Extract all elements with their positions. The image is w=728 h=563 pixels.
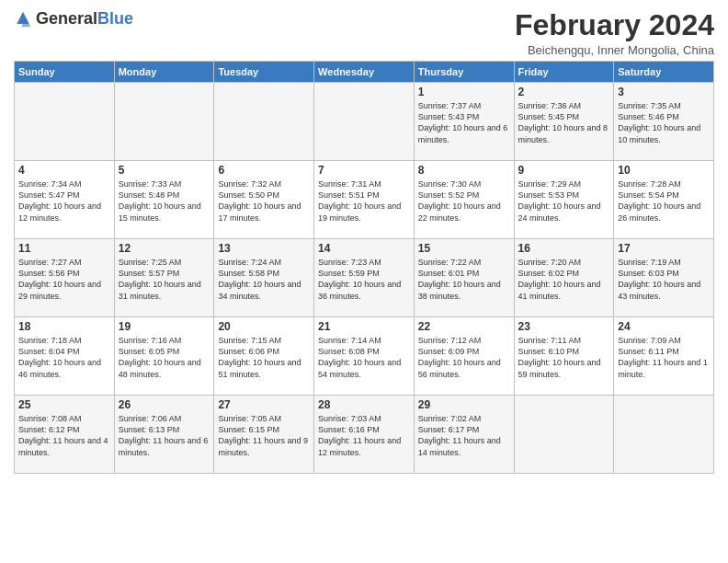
- calendar-cell: 6Sunrise: 7:32 AM Sunset: 5:50 PM Daylig…: [214, 161, 314, 239]
- title-block: February 2024 Beichengqu, Inner Mongolia…: [515, 9, 714, 57]
- header-saturday: Saturday: [614, 62, 714, 83]
- day-info: Sunrise: 7:08 AM Sunset: 6:12 PM Dayligh…: [18, 413, 110, 458]
- calendar-cell: 26Sunrise: 7:06 AM Sunset: 6:13 PM Dayli…: [114, 396, 214, 474]
- day-number: 26: [119, 398, 210, 411]
- day-info: Sunrise: 7:18 AM Sunset: 6:04 PM Dayligh…: [18, 335, 110, 380]
- day-info: Sunrise: 7:11 AM Sunset: 6:10 PM Dayligh…: [518, 335, 610, 380]
- day-number: 24: [618, 320, 710, 333]
- day-info: Sunrise: 7:25 AM Sunset: 5:57 PM Dayligh…: [119, 257, 210, 302]
- day-info: Sunrise: 7:34 AM Sunset: 5:47 PM Dayligh…: [18, 178, 110, 224]
- week-row-2: 4Sunrise: 7:34 AM Sunset: 5:47 PM Daylig…: [15, 161, 714, 239]
- day-info: Sunrise: 7:05 AM Sunset: 6:15 PM Dayligh…: [218, 413, 310, 458]
- logo: GeneralBlue: [14, 9, 133, 29]
- calendar-cell: 14Sunrise: 7:23 AM Sunset: 5:59 PM Dayli…: [314, 239, 415, 317]
- day-info: Sunrise: 7:37 AM Sunset: 5:43 PM Dayligh…: [418, 100, 510, 145]
- calendar-cell: [114, 83, 214, 161]
- calendar-cell: 5Sunrise: 7:33 AM Sunset: 5:48 PM Daylig…: [114, 161, 214, 239]
- calendar-cell: 23Sunrise: 7:11 AM Sunset: 6:10 PM Dayli…: [514, 317, 614, 396]
- day-number: 1: [418, 86, 510, 98]
- calendar-cell: 27Sunrise: 7:05 AM Sunset: 6:15 PM Dayli…: [214, 396, 314, 474]
- calendar-cell: 9Sunrise: 7:29 AM Sunset: 5:53 PM Daylig…: [514, 161, 614, 239]
- day-number: 15: [418, 242, 510, 255]
- calendar-cell: 19Sunrise: 7:16 AM Sunset: 6:05 PM Dayli…: [114, 317, 214, 396]
- calendar-cell: 3Sunrise: 7:35 AM Sunset: 5:46 PM Daylig…: [614, 83, 714, 161]
- day-info: Sunrise: 7:12 AM Sunset: 6:09 PM Dayligh…: [418, 335, 510, 380]
- day-number: 27: [218, 398, 310, 411]
- day-number: 17: [618, 242, 710, 255]
- calendar-cell: 17Sunrise: 7:19 AM Sunset: 6:03 PM Dayli…: [614, 239, 714, 317]
- day-info: Sunrise: 7:31 AM Sunset: 5:51 PM Dayligh…: [318, 178, 410, 224]
- calendar-cell: 11Sunrise: 7:27 AM Sunset: 5:56 PM Dayli…: [15, 239, 115, 317]
- header-sunday: Sunday: [15, 62, 115, 83]
- day-info: Sunrise: 7:33 AM Sunset: 5:48 PM Dayligh…: [119, 178, 210, 224]
- day-number: 18: [18, 320, 110, 333]
- week-row-5: 25Sunrise: 7:08 AM Sunset: 6:12 PM Dayli…: [15, 396, 714, 474]
- day-number: 19: [119, 320, 210, 333]
- calendar-cell: 2Sunrise: 7:36 AM Sunset: 5:45 PM Daylig…: [514, 83, 614, 161]
- calendar-cell: 15Sunrise: 7:22 AM Sunset: 6:01 PM Dayli…: [414, 239, 514, 317]
- page-container: GeneralBlue February 2024 Beichengqu, In…: [0, 0, 728, 483]
- day-number: 4: [18, 164, 110, 177]
- calendar-cell: 22Sunrise: 7:12 AM Sunset: 6:09 PM Dayli…: [414, 317, 514, 396]
- day-info: Sunrise: 7:35 AM Sunset: 5:46 PM Dayligh…: [618, 100, 710, 145]
- week-row-1: 1Sunrise: 7:37 AM Sunset: 5:43 PM Daylig…: [15, 83, 714, 161]
- day-number: 6: [218, 164, 310, 177]
- day-info: Sunrise: 7:15 AM Sunset: 6:06 PM Dayligh…: [218, 335, 310, 380]
- calendar-cell: [314, 83, 415, 161]
- day-number: 12: [119, 242, 210, 255]
- header-monday: Monday: [114, 62, 214, 83]
- calendar-cell: 10Sunrise: 7:28 AM Sunset: 5:54 PM Dayli…: [614, 161, 714, 239]
- calendar-cell: 28Sunrise: 7:03 AM Sunset: 6:16 PM Dayli…: [314, 396, 415, 474]
- day-number: 20: [218, 320, 310, 333]
- calendar-cell: 29Sunrise: 7:02 AM Sunset: 6:17 PM Dayli…: [414, 396, 514, 474]
- day-info: Sunrise: 7:22 AM Sunset: 6:01 PM Dayligh…: [418, 257, 510, 302]
- day-number: 23: [518, 320, 610, 333]
- header: GeneralBlue February 2024 Beichengqu, In…: [14, 9, 714, 57]
- day-info: Sunrise: 7:16 AM Sunset: 6:05 PM Dayligh…: [119, 335, 210, 380]
- logo-text: GeneralBlue: [36, 9, 133, 29]
- day-number: 28: [318, 398, 410, 411]
- header-thursday: Thursday: [414, 62, 514, 83]
- day-number: 14: [318, 242, 410, 255]
- calendar-cell: 21Sunrise: 7:14 AM Sunset: 6:08 PM Dayli…: [314, 317, 415, 396]
- calendar-cell: 24Sunrise: 7:09 AM Sunset: 6:11 PM Dayli…: [614, 317, 714, 396]
- day-number: 5: [119, 164, 210, 177]
- day-info: Sunrise: 7:02 AM Sunset: 6:17 PM Dayligh…: [418, 413, 510, 458]
- day-info: Sunrise: 7:09 AM Sunset: 6:11 PM Dayligh…: [618, 335, 710, 380]
- calendar-cell: [214, 83, 314, 161]
- logo-general: General: [36, 9, 97, 28]
- week-row-4: 18Sunrise: 7:18 AM Sunset: 6:04 PM Dayli…: [15, 317, 714, 396]
- day-number: 7: [318, 164, 410, 177]
- calendar-cell: [15, 83, 115, 161]
- day-number: 21: [318, 320, 410, 333]
- main-title: February 2024: [515, 9, 714, 41]
- calendar-cell: 20Sunrise: 7:15 AM Sunset: 6:06 PM Dayli…: [214, 317, 314, 396]
- calendar-cell: 8Sunrise: 7:30 AM Sunset: 5:52 PM Daylig…: [414, 161, 514, 239]
- calendar-cell: 18Sunrise: 7:18 AM Sunset: 6:04 PM Dayli…: [15, 317, 115, 396]
- day-number: 29: [418, 398, 510, 411]
- calendar-cell: 25Sunrise: 7:08 AM Sunset: 6:12 PM Dayli…: [15, 396, 115, 474]
- calendar-cell: 13Sunrise: 7:24 AM Sunset: 5:58 PM Dayli…: [214, 239, 314, 317]
- day-number: 25: [18, 398, 110, 411]
- logo-icon: [14, 10, 32, 29]
- day-info: Sunrise: 7:36 AM Sunset: 5:45 PM Dayligh…: [518, 100, 610, 145]
- day-number: 16: [518, 242, 610, 255]
- calendar-cell: 16Sunrise: 7:20 AM Sunset: 6:02 PM Dayli…: [514, 239, 614, 317]
- week-row-3: 11Sunrise: 7:27 AM Sunset: 5:56 PM Dayli…: [15, 239, 714, 317]
- day-number: 2: [518, 86, 610, 98]
- day-number: 10: [618, 164, 710, 177]
- day-info: Sunrise: 7:27 AM Sunset: 5:56 PM Dayligh…: [18, 257, 110, 302]
- day-info: Sunrise: 7:03 AM Sunset: 6:16 PM Dayligh…: [318, 413, 410, 458]
- day-info: Sunrise: 7:19 AM Sunset: 6:03 PM Dayligh…: [618, 257, 710, 302]
- day-number: 11: [18, 242, 110, 255]
- calendar-cell: 7Sunrise: 7:31 AM Sunset: 5:51 PM Daylig…: [314, 161, 415, 239]
- calendar-cell: [514, 396, 614, 474]
- subtitle: Beichengqu, Inner Mongolia, China: [515, 43, 714, 57]
- day-info: Sunrise: 7:06 AM Sunset: 6:13 PM Dayligh…: [119, 413, 210, 458]
- header-tuesday: Tuesday: [214, 62, 314, 83]
- logo-blue: Blue: [97, 9, 133, 28]
- calendar-table: Sunday Monday Tuesday Wednesday Thursday…: [14, 61, 714, 474]
- day-info: Sunrise: 7:32 AM Sunset: 5:50 PM Dayligh…: [218, 178, 310, 224]
- day-info: Sunrise: 7:14 AM Sunset: 6:08 PM Dayligh…: [318, 335, 410, 380]
- day-number: 9: [518, 164, 610, 177]
